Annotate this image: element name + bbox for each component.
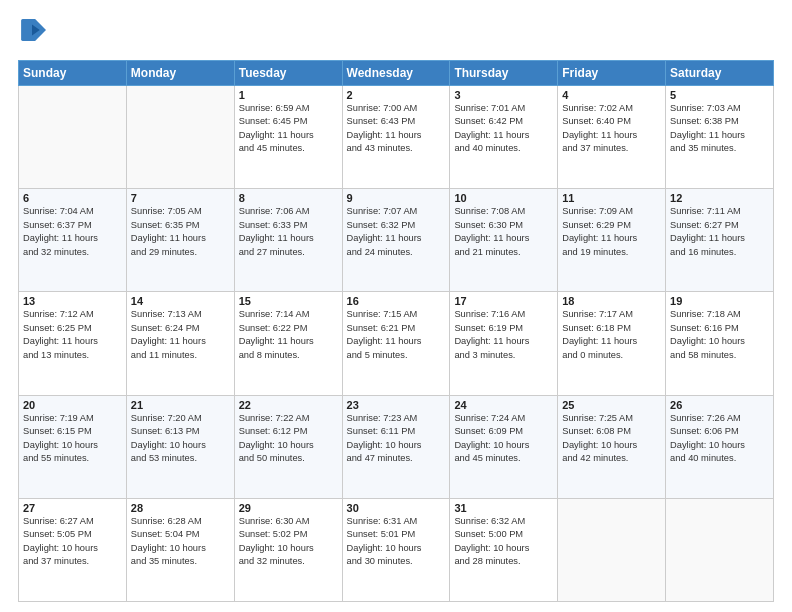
day-number: 2 [347, 89, 446, 101]
calendar-cell: 28Sunrise: 6:28 AMSunset: 5:04 PMDayligh… [126, 498, 234, 601]
calendar-cell: 31Sunrise: 6:32 AMSunset: 5:00 PMDayligh… [450, 498, 558, 601]
cell-info-line: Sunrise: 7:08 AM [454, 205, 553, 218]
cell-info-line: Sunrise: 7:19 AM [23, 412, 122, 425]
day-number: 8 [239, 192, 338, 204]
cell-info-line: Sunrise: 6:31 AM [347, 515, 446, 528]
day-number: 15 [239, 295, 338, 307]
cell-info-line: and 5 minutes. [347, 349, 446, 362]
cell-info-line: and 11 minutes. [131, 349, 230, 362]
calendar-week-row: 20Sunrise: 7:19 AMSunset: 6:15 PMDayligh… [19, 395, 774, 498]
cell-info-line: Sunrise: 7:04 AM [23, 205, 122, 218]
cell-info-line: and 47 minutes. [347, 452, 446, 465]
day-number: 30 [347, 502, 446, 514]
day-number: 17 [454, 295, 553, 307]
calendar-cell: 19Sunrise: 7:18 AMSunset: 6:16 PMDayligh… [666, 292, 774, 395]
cell-info-line: Daylight: 11 hours [23, 232, 122, 245]
calendar-cell: 24Sunrise: 7:24 AMSunset: 6:09 PMDayligh… [450, 395, 558, 498]
cell-info-line: Daylight: 10 hours [347, 439, 446, 452]
cell-info-line: and 3 minutes. [454, 349, 553, 362]
cell-info-line: and 45 minutes. [454, 452, 553, 465]
calendar-header-sunday: Sunday [19, 61, 127, 86]
calendar-header-monday: Monday [126, 61, 234, 86]
cell-info-line: Daylight: 11 hours [239, 129, 338, 142]
cell-info-line: Sunset: 5:00 PM [454, 528, 553, 541]
cell-info-line: Daylight: 11 hours [131, 232, 230, 245]
cell-info-line: Sunrise: 7:22 AM [239, 412, 338, 425]
cell-info-line: and 13 minutes. [23, 349, 122, 362]
cell-info-line: and 53 minutes. [131, 452, 230, 465]
cell-info-line: and 19 minutes. [562, 246, 661, 259]
cell-info-line: Sunrise: 7:00 AM [347, 102, 446, 115]
day-number: 19 [670, 295, 769, 307]
cell-info-line: Sunrise: 6:28 AM [131, 515, 230, 528]
calendar-header-tuesday: Tuesday [234, 61, 342, 86]
cell-info-line: Daylight: 11 hours [454, 129, 553, 142]
calendar-cell: 8Sunrise: 7:06 AMSunset: 6:33 PMDaylight… [234, 189, 342, 292]
calendar-cell: 23Sunrise: 7:23 AMSunset: 6:11 PMDayligh… [342, 395, 450, 498]
day-number: 28 [131, 502, 230, 514]
cell-info-line: Daylight: 11 hours [454, 232, 553, 245]
calendar-week-row: 27Sunrise: 6:27 AMSunset: 5:05 PMDayligh… [19, 498, 774, 601]
calendar-header-wednesday: Wednesday [342, 61, 450, 86]
calendar-cell: 14Sunrise: 7:13 AMSunset: 6:24 PMDayligh… [126, 292, 234, 395]
cell-info-line: and 58 minutes. [670, 349, 769, 362]
cell-info-line: Sunset: 6:35 PM [131, 219, 230, 232]
calendar-cell: 13Sunrise: 7:12 AMSunset: 6:25 PMDayligh… [19, 292, 127, 395]
cell-info-line: Sunset: 6:27 PM [670, 219, 769, 232]
calendar-cell: 12Sunrise: 7:11 AMSunset: 6:27 PMDayligh… [666, 189, 774, 292]
cell-info-line: Sunset: 5:01 PM [347, 528, 446, 541]
cell-info-line: Daylight: 10 hours [23, 439, 122, 452]
day-number: 4 [562, 89, 661, 101]
calendar-week-row: 6Sunrise: 7:04 AMSunset: 6:37 PMDaylight… [19, 189, 774, 292]
cell-info-line: and 28 minutes. [454, 555, 553, 568]
logo [18, 16, 46, 50]
calendar-cell: 2Sunrise: 7:00 AMSunset: 6:43 PMDaylight… [342, 86, 450, 189]
cell-info-line: Sunset: 6:29 PM [562, 219, 661, 232]
calendar-cell: 7Sunrise: 7:05 AMSunset: 6:35 PMDaylight… [126, 189, 234, 292]
cell-info-line: Sunrise: 7:23 AM [347, 412, 446, 425]
cell-info-line: Daylight: 10 hours [239, 439, 338, 452]
cell-info-line: Daylight: 11 hours [347, 129, 446, 142]
cell-info-line: Sunrise: 7:15 AM [347, 308, 446, 321]
day-number: 25 [562, 399, 661, 411]
cell-info-line: Daylight: 11 hours [347, 335, 446, 348]
calendar-cell: 11Sunrise: 7:09 AMSunset: 6:29 PMDayligh… [558, 189, 666, 292]
cell-info-line: Sunset: 6:12 PM [239, 425, 338, 438]
cell-info-line: Daylight: 11 hours [670, 129, 769, 142]
cell-info-line: and 35 minutes. [131, 555, 230, 568]
cell-info-line: Sunset: 6:32 PM [347, 219, 446, 232]
cell-info-line: Daylight: 10 hours [562, 439, 661, 452]
cell-info-line: Sunrise: 7:09 AM [562, 205, 661, 218]
day-number: 3 [454, 89, 553, 101]
cell-info-line: Sunrise: 7:14 AM [239, 308, 338, 321]
cell-info-line: Sunset: 6:15 PM [23, 425, 122, 438]
calendar-cell: 6Sunrise: 7:04 AMSunset: 6:37 PMDaylight… [19, 189, 127, 292]
cell-info-line: Sunrise: 7:01 AM [454, 102, 553, 115]
calendar-header-friday: Friday [558, 61, 666, 86]
cell-info-line: Sunrise: 7:17 AM [562, 308, 661, 321]
day-number: 13 [23, 295, 122, 307]
cell-info-line: Sunset: 6:25 PM [23, 322, 122, 335]
cell-info-line: Sunset: 6:21 PM [347, 322, 446, 335]
day-number: 7 [131, 192, 230, 204]
calendar-week-row: 13Sunrise: 7:12 AMSunset: 6:25 PMDayligh… [19, 292, 774, 395]
calendar-cell: 9Sunrise: 7:07 AMSunset: 6:32 PMDaylight… [342, 189, 450, 292]
calendar-header-thursday: Thursday [450, 61, 558, 86]
svg-rect-2 [21, 19, 32, 41]
cell-info-line: Sunrise: 7:06 AM [239, 205, 338, 218]
cell-info-line: and 50 minutes. [239, 452, 338, 465]
cell-info-line: Sunrise: 7:20 AM [131, 412, 230, 425]
cell-info-line: and 43 minutes. [347, 142, 446, 155]
cell-info-line: Sunrise: 6:32 AM [454, 515, 553, 528]
cell-info-line: Sunset: 6:24 PM [131, 322, 230, 335]
calendar-cell: 30Sunrise: 6:31 AMSunset: 5:01 PMDayligh… [342, 498, 450, 601]
cell-info-line: Sunrise: 7:07 AM [347, 205, 446, 218]
calendar-cell [19, 86, 127, 189]
calendar-cell: 18Sunrise: 7:17 AMSunset: 6:18 PMDayligh… [558, 292, 666, 395]
cell-info-line: Daylight: 11 hours [131, 335, 230, 348]
cell-info-line: and 45 minutes. [239, 142, 338, 155]
cell-info-line: and 40 minutes. [454, 142, 553, 155]
day-number: 20 [23, 399, 122, 411]
cell-info-line: Daylight: 10 hours [454, 542, 553, 555]
cell-info-line: Sunset: 6:13 PM [131, 425, 230, 438]
